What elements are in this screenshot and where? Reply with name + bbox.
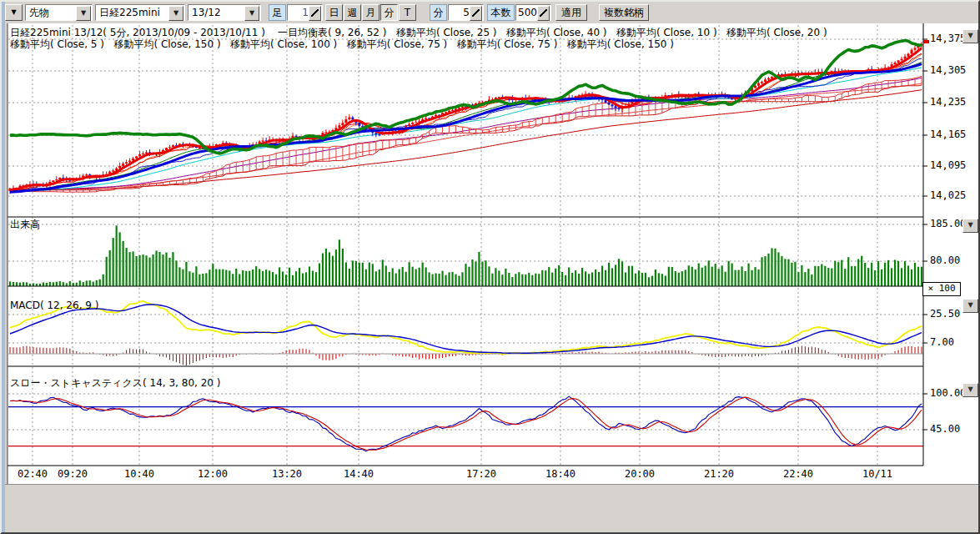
- macd-pane-scroll-down-button[interactable]: ▼: [962, 299, 978, 313]
- time-axis-tick: 14:40: [344, 468, 374, 480]
- time-axis-tick: 10:40: [124, 468, 154, 480]
- time-axis-tick: 02:40: [18, 468, 48, 480]
- time-axis-tick: 17:20: [466, 468, 496, 480]
- stoch-pane-label: スロー・ストキャスティクス( 14, 3, 80, 20 ): [10, 376, 220, 390]
- time-axis-tick: 13:20: [272, 468, 302, 480]
- time-axis-tick: 21:20: [704, 468, 734, 480]
- volume-pane-label: 出来高: [10, 218, 40, 232]
- volume-multiplier-badge: × 100: [922, 282, 961, 296]
- y-axis-tick: 14,235: [930, 96, 966, 108]
- y-axis-tick: 7.00: [930, 336, 954, 348]
- time-axis-tick: 12:00: [198, 468, 228, 480]
- y-axis-tick: 100.00: [930, 387, 966, 399]
- time-axis-tick: 20:00: [625, 468, 655, 480]
- y-axis-tick: 80.00: [930, 254, 960, 266]
- y-axis-tick: 14,305: [930, 64, 966, 76]
- y-axis-tick: 14,025: [930, 189, 966, 201]
- y-axis-tick: 45.00: [930, 423, 960, 435]
- stoch-pane-scroll-down-button[interactable]: ▼: [962, 383, 978, 397]
- y-axis-tick: 14,165: [930, 128, 966, 140]
- time-axis-tick: 09:20: [58, 468, 88, 480]
- chart-graphics: [2, 2, 980, 534]
- chart-application-window: ▼ 先物 ▼ 日経225mini ▼ 13/12 ▼ 足 1 日 週 月 分 T…: [0, 0, 980, 534]
- y-axis-tick: 25.50: [930, 308, 960, 320]
- time-axis-tick: 10/11: [862, 468, 892, 480]
- y-axis-tick: 185.00: [930, 218, 966, 229]
- y-axis-tick: 14,375: [930, 33, 966, 44]
- time-axis-tick: 22:40: [783, 468, 813, 480]
- status-area: [5, 484, 980, 533]
- volume-pane-scroll-down-button[interactable]: ▼: [962, 219, 978, 233]
- indicator-header-line2: 移動平均( Close, 5 ) 移動平均( Close, 150 ) 移動平均…: [10, 38, 674, 52]
- macd-pane-label: MACD( 12, 26, 9 ): [10, 300, 98, 311]
- time-axis-tick: 18:40: [545, 468, 575, 480]
- y-axis-tick: 14,095: [930, 159, 966, 171]
- price-pane-scroll-down-button[interactable]: ▼: [962, 29, 978, 43]
